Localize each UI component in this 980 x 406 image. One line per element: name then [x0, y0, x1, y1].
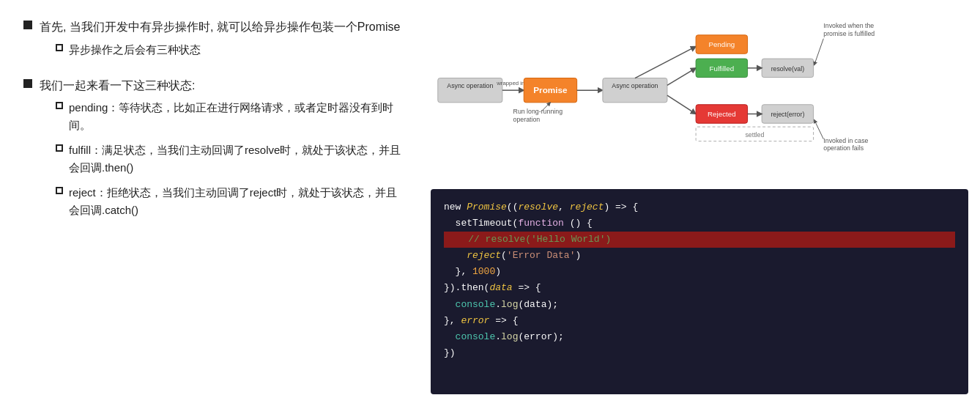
left-panel: 首先, 当我们开发中有异步操作时, 就可以给异步操作包装一个Promise 异步…: [0, 0, 425, 406]
sub-icon-1-1: [56, 44, 63, 51]
diagram-svg: Async operation wrapped into Promise Asy…: [431, 12, 968, 180]
sub-text-2-3: reject：拒绝状态，当我们主动回调了reject时，就处于该状态，并且会回调…: [69, 184, 401, 219]
code-line-5: }, 1000): [444, 264, 955, 280]
svg-line-9: [667, 68, 696, 85]
svg-line-10: [667, 95, 696, 114]
svg-line-28: [814, 39, 824, 65]
bullet-1-subs: 异步操作之后会有三种状态: [56, 41, 400, 59]
sub-item-1-1: 异步操作之后会有三种状态: [56, 41, 400, 59]
bullet-1-icon: [23, 21, 32, 29]
code-line-2: setTimeout(function () {: [444, 215, 955, 232]
svg-text:Async operation: Async operation: [612, 82, 658, 89]
diagram-area: Async operation wrapped into Promise Asy…: [431, 12, 968, 180]
bullet-2-subs: pending：等待状态，比如正在进行网络请求，或者定时器没有到时间。 fulf…: [56, 99, 401, 219]
code-line-3: // resolve('Hello World'): [444, 232, 955, 248]
svg-text:resolve(val): resolve(val): [771, 65, 805, 73]
sub-icon-2-2: [56, 144, 63, 152]
svg-text:settled: settled: [745, 131, 764, 139]
code-line-6: }).then(data => {: [444, 280, 955, 296]
code-line-10: }): [444, 345, 955, 361]
bullet-2-text: 我们一起来看一下这三种状态:: [40, 79, 195, 92]
code-line-9: console.log(error);: [444, 329, 955, 345]
bullet-1: 首先, 当我们开发中有异步操作时, 就可以给异步操作包装一个Promise 异步…: [23, 18, 401, 66]
sub-icon-2-1: [56, 102, 63, 109]
sub-icon-2-3: [56, 187, 63, 194]
code-line-8: }, error => {: [444, 313, 955, 329]
bullet-2-icon: [23, 79, 32, 88]
sub-text-2-1: pending：等待状态，比如正在进行网络请求，或者定时器没有到时间。: [69, 99, 401, 134]
svg-text:reject(error): reject(error): [771, 111, 804, 118]
svg-text:Run long-running: Run long-running: [513, 108, 563, 115]
code-line-7: console.log(data);: [444, 297, 955, 313]
code-line-4: reject('Error Data'): [444, 248, 955, 264]
svg-text:operation fails: operation fails: [823, 144, 864, 152]
svg-text:Invoked when the: Invoked when the: [823, 22, 874, 29]
code-line-1: new Promise((resolve, reject) => {: [444, 199, 955, 215]
svg-text:Promise: Promise: [533, 85, 568, 95]
sub-text-2-2: fulfill：满足状态，当我们主动回调了resolve时，就处于该状态，并且会…: [69, 141, 401, 177]
bullet-1-text: 首先, 当我们开发中有异步操作时, 就可以给异步操作包装一个Promise: [40, 21, 400, 33]
svg-text:Fulfilled: Fulfilled: [710, 64, 735, 73]
right-panel: Async operation wrapped into Promise Asy…: [425, 0, 980, 406]
code-block: new Promise((resolve, reject) => { setTi…: [431, 189, 968, 394]
sub-item-2-1: pending：等待状态，比如正在进行网络请求，或者定时器没有到时间。: [56, 99, 401, 134]
svg-text:Invoked in case: Invoked in case: [823, 137, 868, 144]
svg-text:operation: operation: [513, 116, 541, 123]
svg-text:promise is fulfilled: promise is fulfilled: [823, 30, 875, 37]
bullet-2: 我们一起来看一下这三种状态: pending：等待状态，比如正在进行网络请求，或…: [23, 76, 401, 227]
sub-item-2-2: fulfill：满足状态，当我们主动回调了resolve时，就处于该状态，并且会…: [56, 141, 401, 177]
sub-item-2-3: reject：拒绝状态，当我们主动回调了reject时，就处于该状态，并且会回调…: [56, 184, 401, 219]
svg-text:Pending: Pending: [708, 40, 735, 48]
svg-text:Async operation: Async operation: [447, 82, 493, 89]
svg-line-31: [814, 119, 824, 139]
svg-text:Rejected: Rejected: [708, 110, 736, 118]
sub-text-1-1: 异步操作之后会有三种状态: [69, 41, 201, 59]
